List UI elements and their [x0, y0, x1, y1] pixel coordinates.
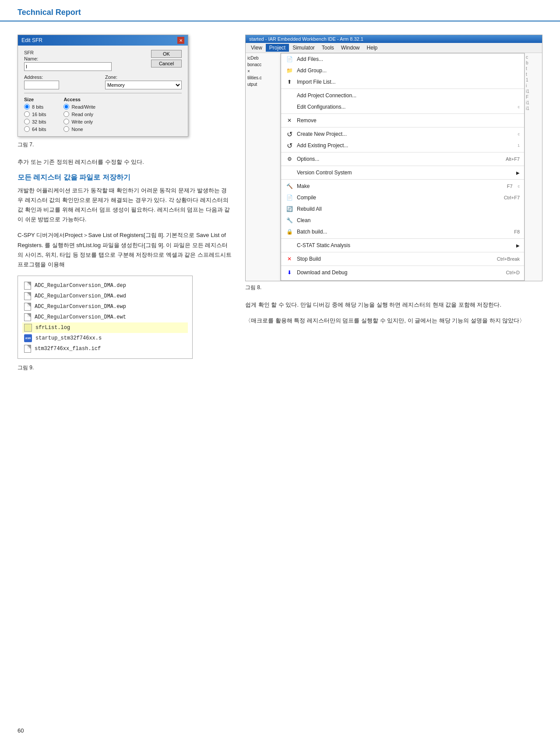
address-input[interactable]	[24, 81, 59, 89]
options-icon: ⚙	[285, 155, 293, 163]
list-item: sfrList.log	[22, 322, 188, 333]
access-none[interactable]: None	[63, 126, 95, 132]
menu-stop-build[interactable]: ✕ Stop Build Ctrl+Break	[281, 253, 524, 265]
menu-separator	[281, 152, 524, 152]
ok-button[interactable]: OK	[151, 50, 182, 58]
sidebar-item: tilities.c	[246, 74, 280, 81]
submenu-arrow: ▶	[516, 170, 520, 175]
menu-separator	[281, 266, 524, 266]
cancel-button[interactable]: Cancel	[151, 60, 182, 67]
menu-clean[interactable]: 🔧 Clean	[281, 215, 524, 226]
access-readonly[interactable]: Read only	[63, 111, 95, 117]
cstat-icon	[285, 241, 293, 249]
clean-icon: 🔧	[285, 216, 293, 224]
menu-create-new-project[interactable]: ↺ Create New Project... c	[281, 128, 524, 140]
right-body-text2: 〈매크로를 활용해 특정 레지스터만의 덤프를 실행할 수 있지만, 이 글에서…	[245, 316, 542, 326]
file-icon-ewp	[24, 303, 31, 311]
edit-sfr-dialog: Edit SFR ✕ SFR Name: OK Cancel	[18, 35, 188, 137]
sidebar-item: bonacc	[246, 61, 280, 68]
menu-download-debug[interactable]: ⬇ Download and Debug Ctrl+D	[281, 267, 524, 278]
size-group: Size 8 bits 16 bits 32 bits 64 bits	[24, 97, 46, 132]
menu-help[interactable]: Help	[363, 44, 381, 52]
sfr-label: SFR	[24, 50, 145, 55]
name-input[interactable]	[24, 62, 112, 71]
iar-body: icDeb bonacc × tilities.c utput 📄 Add Fi…	[246, 53, 542, 281]
menu-separator	[281, 127, 524, 127]
sidebar-right-item: i1	[526, 89, 541, 94]
batch-icon: 🔒	[285, 228, 293, 236]
menu-remove[interactable]: ✕ Remove	[281, 115, 524, 126]
sidebar-right-item: b	[526, 60, 541, 65]
create-project-icon: ↺	[285, 130, 293, 138]
menu-debug-no-download[interactable]: ▶ Debug without Downloading	[281, 278, 524, 281]
menu-rebuild-all[interactable]: 🔄 Rebuild All	[281, 203, 524, 215]
size-8bits[interactable]: 8 bits	[24, 104, 46, 110]
menu-compile[interactable]: 📄 Compile Ctrl+F7	[281, 192, 524, 203]
menu-separator	[281, 238, 524, 239]
menu-options[interactable]: ⚙ Options... Alt+F7	[281, 153, 524, 165]
figure7-caption: 그림 7.	[18, 141, 232, 149]
menu-add-group[interactable]: 📁 Add Group...	[281, 65, 524, 76]
add-existing-icon: ↺	[285, 142, 293, 149]
menu-import-file-list[interactable]: ⬆ Import File List...	[281, 76, 524, 88]
sidebar-right-item: 1	[526, 78, 541, 82]
menu-view[interactable]: View	[247, 44, 266, 52]
sidebar-item: icDeb	[246, 55, 280, 61]
sidebar-right-item: c	[526, 55, 541, 60]
sidebar-item: ×	[246, 68, 280, 74]
sidebar-right-item: i	[526, 83, 541, 88]
figure8-caption: 그림 8.	[245, 284, 542, 291]
sidebar-right-item: i1	[526, 106, 541, 111]
right-body-text1: 쉽게 확인 할 수 있다. 만일 디버깅 중에 해당 기능을 실행 하면 레지스…	[245, 300, 542, 310]
left-column: Edit SFR ✕ SFR Name: OK Cancel	[18, 35, 232, 380]
menu-separator	[281, 89, 524, 89]
access-writeonly[interactable]: Write only	[63, 119, 95, 124]
menu-add-files[interactable]: 📄 Add Files...	[281, 53, 524, 65]
compile-icon: 📄	[285, 194, 293, 202]
menu-simulator[interactable]: Simulator	[289, 44, 318, 52]
iar-sidebar: icDeb bonacc × tilities.c utput	[246, 53, 281, 281]
header: Technical Report	[0, 0, 560, 21]
iar-workbench: started - IAR Embedded Workbench IDE - A…	[245, 35, 542, 281]
project-dropdown-menu: 📄 Add Files... 📁 Add Group... ⬆ Import F…	[281, 53, 525, 281]
vcs-icon	[285, 169, 293, 177]
section-heading: 모든 레지스터 값을 파일로 저장하기	[18, 173, 232, 182]
menu-add-project-connection[interactable]: Add Project Connection...	[281, 90, 524, 101]
menu-add-existing-project[interactable]: ↺ Add Existing Project... 1	[281, 140, 524, 151]
zone-select[interactable]: Memory	[105, 81, 182, 89]
menu-separator	[281, 179, 524, 180]
stop-icon: ✕	[285, 255, 293, 263]
menu-tools[interactable]: Tools	[318, 44, 338, 52]
menu-edit-configurations[interactable]: Edit Configurations... c	[281, 101, 524, 113]
list-item: ADC_RegularConversion_DMA.ewt	[22, 312, 188, 322]
menu-make[interactable]: 🔨 Make F7 c	[281, 181, 524, 192]
sidebar-right-item: F	[526, 95, 541, 99]
sidebar-item: utput	[246, 81, 280, 88]
menu-separator	[281, 252, 524, 252]
list-item: ADC_RegularConversion_DMA.ewp	[22, 301, 188, 312]
body-text-intro: 추가 또는 기존 정의된 레지스터를 수정할 수 있다.	[18, 157, 232, 167]
dialog-titlebar: Edit SFR ✕	[18, 35, 188, 46]
size-64bits[interactable]: 64 bits	[24, 126, 46, 132]
menu-project[interactable]: Project	[266, 44, 289, 52]
menu-cstat[interactable]: C-STAT Static Analysis ▶	[281, 240, 524, 251]
file-icon-ewt	[24, 313, 31, 321]
iar-right-sidebar: c b t t 1 i i1 F i1 i1	[525, 53, 542, 281]
access-readwrite[interactable]: Read/Write	[63, 104, 95, 110]
dialog-body: SFR Name: OK Cancel Address:	[18, 46, 188, 136]
access-group: Access Read/Write Read only Write only N…	[63, 97, 95, 132]
menu-version-control[interactable]: Version Control System ▶	[281, 167, 524, 178]
page-number: 60	[18, 727, 24, 734]
list-item: ADC_RegularConversion_DMA.ewd	[22, 291, 188, 301]
iar-titlebar: started - IAR Embedded Workbench IDE - A…	[246, 35, 542, 43]
submenu-arrow: ▶	[516, 243, 520, 248]
size-16bits[interactable]: 16 bits	[24, 111, 46, 117]
add-group-icon: 📁	[285, 67, 293, 74]
size-32bits[interactable]: 32 bits	[24, 119, 46, 124]
content-area: Edit SFR ✕ SFR Name: OK Cancel	[0, 21, 560, 398]
dialog-close-button[interactable]: ✕	[177, 37, 184, 44]
menu-batch-build[interactable]: 🔒 Batch build... F8	[281, 226, 524, 237]
menu-window[interactable]: Window	[338, 44, 363, 52]
access-radio-group: Read/Write Read only Write only None	[63, 104, 95, 132]
list-item: asm startup_stm32f746xx.s	[22, 333, 188, 343]
